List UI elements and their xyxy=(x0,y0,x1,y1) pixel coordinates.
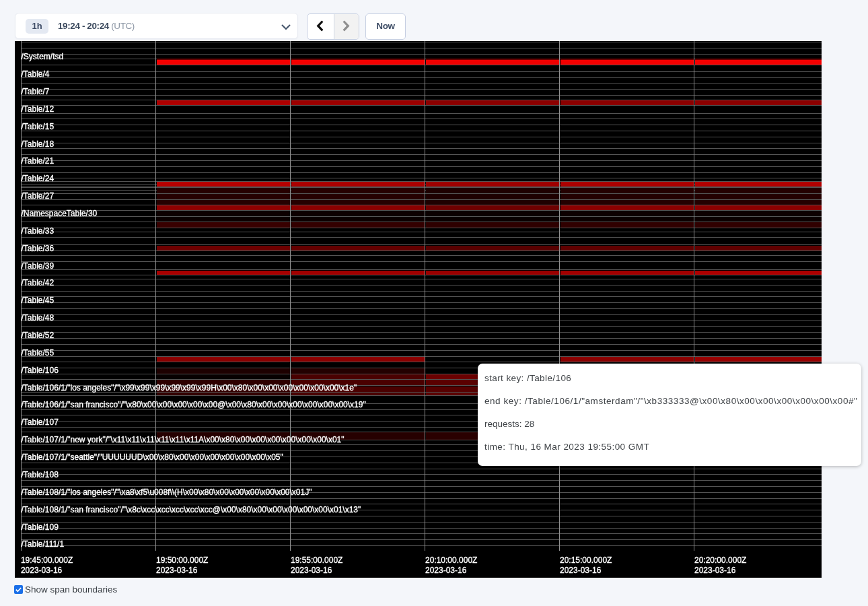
svg-text:/Table/109: /Table/109 xyxy=(22,523,59,532)
svg-text:/NamespaceTable/30: /NamespaceTable/30 xyxy=(22,209,98,218)
svg-text:/Table/108/1/"los angeles"/"\x: /Table/108/1/"los angeles"/"\xa8\xf5\u00… xyxy=(22,487,312,497)
svg-text:/Table/21: /Table/21 xyxy=(22,156,55,166)
svg-text:19:50:00.000Z: 19:50:00.000Z xyxy=(156,556,208,565)
svg-text:/Table/55: /Table/55 xyxy=(22,348,55,358)
svg-text:/Table/108/1/"san francisco"/": /Table/108/1/"san francisco"/"\x8c\xcc\x… xyxy=(22,505,361,514)
svg-text:/Table/108: /Table/108 xyxy=(22,470,59,479)
svg-text:/Table/107: /Table/107 xyxy=(22,417,59,427)
svg-text:/Table/12: /Table/12 xyxy=(22,104,55,114)
svg-text:20:20:00.000Z: 20:20:00.000Z xyxy=(694,556,746,565)
svg-text:/Table/111/1: /Table/111/1 xyxy=(22,539,65,549)
svg-text:/Table/106: /Table/106 xyxy=(22,366,59,375)
svg-text:/Table/27: /Table/27 xyxy=(22,191,55,201)
svg-text:/Table/52: /Table/52 xyxy=(22,331,55,340)
svg-text:/Table/42: /Table/42 xyxy=(22,278,55,288)
svg-text:/Table/107/1/"new york"/"\x11\: /Table/107/1/"new york"/"\x11\x11\x11\x1… xyxy=(22,435,345,444)
svg-text:2023-03-16: 2023-03-16 xyxy=(560,566,602,575)
svg-text:2023-03-16: 2023-03-16 xyxy=(425,566,467,575)
svg-text:/Table/24: /Table/24 xyxy=(22,174,55,183)
svg-text:2023-03-16: 2023-03-16 xyxy=(694,566,736,575)
svg-text:/Table/45: /Table/45 xyxy=(22,296,55,305)
svg-text:/System/tsd: /System/tsd xyxy=(22,52,64,61)
svg-text:/Table/48: /Table/48 xyxy=(22,313,55,323)
svg-text:/Table/33: /Table/33 xyxy=(22,226,55,236)
svg-text:/Table/107/1/"seattle"/"UUUUUU: /Table/107/1/"seattle"/"UUUUUUD\x00\x80\… xyxy=(22,452,283,462)
svg-text:/Table/106/1/"san francisco"/": /Table/106/1/"san francisco"/"\x80\x00\x… xyxy=(22,400,366,409)
svg-text:2023-03-16: 2023-03-16 xyxy=(156,566,198,575)
svg-text:/Table/4: /Table/4 xyxy=(22,69,50,79)
svg-text:/Table/7: /Table/7 xyxy=(22,87,50,96)
svg-text:20:10:00.000Z: 20:10:00.000Z xyxy=(425,556,477,565)
svg-text:19:45:00.000Z: 19:45:00.000Z xyxy=(21,556,73,565)
svg-text:/Table/39: /Table/39 xyxy=(22,261,55,271)
svg-text:/Table/106/1/"los angeles"/"\x: /Table/106/1/"los angeles"/"\x99\x99\x99… xyxy=(22,383,357,393)
svg-text:/Table/15: /Table/15 xyxy=(22,122,55,131)
svg-text:/Table/36: /Table/36 xyxy=(22,244,55,253)
svg-text:20:15:00.000Z: 20:15:00.000Z xyxy=(560,556,612,565)
svg-text:19:55:00.000Z: 19:55:00.000Z xyxy=(291,556,342,565)
svg-text:2023-03-16: 2023-03-16 xyxy=(291,566,332,575)
svg-text:/Table/18: /Table/18 xyxy=(22,139,55,149)
svg-text:2023-03-16: 2023-03-16 xyxy=(21,566,63,575)
